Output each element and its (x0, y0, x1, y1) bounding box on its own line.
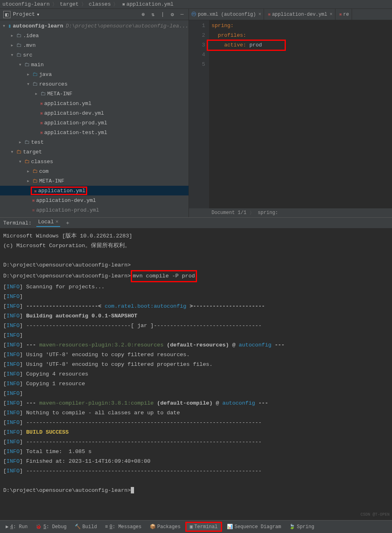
yaml-file-icon: ▣ (340, 12, 342, 17)
hide-icon[interactable]: — (179, 11, 185, 18)
yaml-file-icon: ▣ (32, 208, 34, 212)
tree-item-target-application-prod-yml[interactable]: ▣application-prod.yml (0, 205, 189, 215)
breadcrumb-sep-icon: 〉 (113, 1, 118, 8)
tree-item-test[interactable]: ▸🗀test (0, 137, 189, 147)
code-area[interactable]: spring: profiles: active: prod (209, 20, 392, 208)
chevron-right-icon[interactable]: ▸ (34, 90, 39, 97)
tool-window-button[interactable]: 🍃Spring (286, 523, 317, 531)
tree-item-application-test-yml[interactable]: ▣application-test.yml (0, 128, 189, 137)
module-folder-icon: ▮ (8, 23, 11, 29)
tree-item-application-yml[interactable]: ▣application.yml (0, 99, 189, 108)
line-gutter: 12345 (189, 20, 209, 208)
breadcrumb-item[interactable]: utoconfig-learn (2, 1, 50, 7)
tree-item-target[interactable]: ▾🗀target (0, 147, 189, 157)
tree-item-classes[interactable]: ▾🗀classes (0, 157, 189, 166)
tree-item-main[interactable]: ▾🗀main (0, 60, 189, 69)
yaml-file-icon: ▣ (40, 111, 42, 115)
tool-icon: ▶ (6, 524, 8, 530)
chevron-right-icon[interactable]: ▸ (26, 168, 31, 174)
folder-icon: 🗀 (16, 52, 21, 58)
breadcrumb-item[interactable]: classes (89, 1, 111, 7)
chevron-down-icon[interactable]: ▾ (18, 158, 23, 165)
tree-item-src[interactable]: ▾🗀src (0, 50, 189, 60)
breadcrumb-item[interactable]: application.yml (126, 1, 174, 7)
yaml-file-icon: ▣ (32, 198, 34, 203)
tool-window-button[interactable]: 🐞5: Debug (32, 523, 70, 531)
chevron-down-icon[interactable]: ▾ (10, 149, 15, 155)
breadcrumb-path[interactable]: spring: (258, 210, 278, 216)
tool-window-button[interactable]: 🔨Build (71, 523, 100, 531)
folder-icon: 🗀 (24, 139, 29, 145)
excluded-folder-icon: 🗀 (32, 168, 38, 174)
tool-window-button[interactable]: ≡0: Messages (102, 523, 145, 531)
annotation-highlight (207, 40, 286, 51)
tab-partial[interactable]: ▣re (335, 9, 352, 20)
project-tree[interactable]: ▾▮autoconfig-learnD:\project\opensource\… (0, 20, 189, 217)
tree-item-resources[interactable]: ▾🗀resources (0, 79, 189, 89)
tree-item-selected-application-yml[interactable]: ▣application.yml (0, 186, 189, 195)
project-view-icon[interactable]: ◧ (3, 11, 10, 18)
excluded-folder-icon: 🗀 (32, 178, 38, 184)
editor-panel: ⓜpom.xml (autoconfig)× ▣application-dev.… (189, 9, 392, 217)
chevron-right-icon[interactable]: ▸ (26, 71, 31, 78)
project-tool-window: ◧ Project ▾ ⊕ ⇅ | ⚙ — ▾▮autoconfig-learn… (0, 9, 189, 217)
close-icon[interactable]: × (55, 219, 59, 225)
new-session-button[interactable]: ＋ (65, 219, 70, 227)
tree-item-mvn[interactable]: ▸🗀.mvn (0, 40, 189, 50)
tool-window-button[interactable]: 📦Packages (147, 523, 184, 531)
yaml-file-icon: ▣ (34, 189, 36, 193)
divider-icon: | (159, 11, 166, 18)
tree-item-com[interactable]: ▸🗀com (0, 166, 189, 176)
editor-body[interactable]: 12345 spring: profiles: active: prod (189, 20, 392, 208)
maven-file-icon: ⓜ (191, 11, 196, 18)
settings-icon[interactable]: ⚙ (169, 11, 176, 18)
watermark: CSDN @T-OPEN (361, 512, 390, 517)
project-header: ◧ Project ▾ ⊕ ⇅ | ⚙ — (0, 9, 189, 20)
tree-item-java[interactable]: ▸🗀java (0, 69, 189, 79)
tree-item-application-prod-yml[interactable]: ▣application-prod.yml (0, 118, 189, 128)
tool-icon: 🐞 (36, 524, 42, 530)
breadcrumb-item[interactable]: target (60, 1, 79, 7)
terminal-tab-local[interactable]: Local× (36, 219, 60, 227)
chevron-right-icon[interactable]: ▸ (18, 139, 23, 145)
annotation-highlight: ▣application.yml (31, 187, 87, 195)
select-target-icon[interactable]: ⊕ (140, 11, 147, 18)
tree-item-meta-inf[interactable]: ▸🗀META-INF (0, 89, 189, 99)
editor-tabs: ⓜpom.xml (autoconfig)× ▣application-dev.… (189, 9, 392, 20)
tree-item-meta-inf2[interactable]: ▸🗀META-INF (0, 176, 189, 186)
tool-window-button[interactable]: ▣Terminal (185, 522, 222, 532)
project-title[interactable]: Project (13, 11, 35, 17)
tool-icon: 🔨 (75, 524, 81, 530)
tab-pom-xml[interactable]: ⓜpom.xml (autoconfig)× (189, 9, 264, 20)
excluded-folder-icon: 🗀 (24, 159, 29, 165)
terminal-title: Terminal: (3, 220, 31, 226)
resources-folder-icon: 🗀 (32, 81, 38, 87)
dropdown-icon[interactable]: ▾ (37, 11, 40, 18)
source-folder-icon: 🗀 (32, 71, 38, 78)
tab-application-dev-yml[interactable]: ▣application-dev.yml× (264, 9, 335, 20)
terminal-tool-window: Terminal: Local× ＋ Microsoft Windows [版本… (0, 217, 392, 520)
editor-status-bar: Document 1/1 〉 spring: (189, 208, 392, 217)
folder-icon: 🗀 (40, 91, 46, 97)
tree-root[interactable]: ▾▮autoconfig-learnD:\project\opensource\… (0, 21, 189, 31)
tree-item-application-dev-yml[interactable]: ▣application-dev.yml (0, 108, 189, 118)
terminal-body[interactable]: Microsoft Windows [版本 10.0.22621.2283](c… (0, 228, 392, 520)
chevron-down-icon[interactable]: ▾ (10, 52, 15, 58)
close-icon[interactable]: × (258, 12, 261, 17)
tool-window-button[interactable]: 📊Sequence Diagram (224, 523, 284, 531)
folder-icon: 🗀 (16, 42, 21, 48)
annotation-highlight: mvn compile -P prod (131, 270, 197, 282)
expand-all-icon[interactable]: ⇅ (150, 11, 156, 18)
breadcrumb-sep-icon: 〉 (81, 1, 86, 8)
tree-item-target-application-dev-yml[interactable]: ▣application-dev.yml (0, 195, 189, 205)
folder-icon: 🗀 (24, 62, 29, 68)
chevron-right-icon[interactable]: ▸ (10, 32, 15, 39)
chevron-right-icon[interactable]: ▸ (26, 178, 31, 184)
close-icon[interactable]: × (329, 12, 332, 17)
chevron-right-icon[interactable]: ▸ (10, 42, 15, 48)
chevron-down-icon[interactable]: ▾ (18, 61, 23, 68)
chevron-down-icon[interactable]: ▾ (2, 23, 6, 29)
tree-item-idea[interactable]: ▸🗀.idea (0, 31, 189, 40)
chevron-down-icon[interactable]: ▾ (26, 81, 31, 87)
tool-window-button[interactable]: ▶4: Run (2, 523, 31, 531)
